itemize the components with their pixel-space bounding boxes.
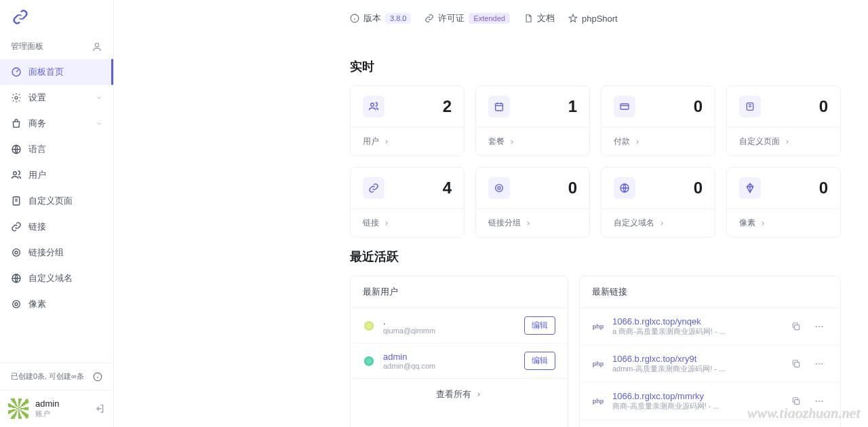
user-footer[interactable]: admin 账户 bbox=[0, 390, 113, 427]
chevron-right-icon bbox=[525, 220, 532, 227]
chevron-right-icon bbox=[784, 138, 791, 145]
recent-links-panel: 最新链接 php 1066.b.rglxc.top/ynqek a 商商-高质量… bbox=[579, 276, 841, 427]
stat-link[interactable]: 套餐 bbox=[476, 127, 589, 155]
stat-top: 1 bbox=[476, 86, 589, 127]
dots-icon bbox=[814, 396, 824, 406]
nav-label: 面板首页 bbox=[28, 66, 102, 78]
stat-link[interactable]: 用户 bbox=[351, 127, 464, 155]
view-all-link[interactable]: 查看所有 bbox=[351, 378, 568, 410]
nav-dashboard[interactable]: 面板首页 bbox=[0, 59, 113, 85]
nav-custom-domains[interactable]: 自定义域名 bbox=[0, 265, 113, 291]
stat-card-pages: 0 自定义页面 bbox=[726, 86, 841, 156]
user-avatar-icon bbox=[363, 355, 375, 367]
user-name: admin bbox=[35, 398, 87, 409]
chevron-right-icon bbox=[475, 391, 482, 398]
quota-text: 已创建0条, 可创建∞条 bbox=[11, 371, 84, 382]
logo-area[interactable] bbox=[0, 0, 113, 34]
chevron-right-icon bbox=[509, 138, 515, 145]
product-item[interactable]: phpShort bbox=[568, 14, 618, 24]
nav-custom-pages[interactable]: 自定义页面 bbox=[0, 188, 113, 214]
chevron-down-icon bbox=[96, 94, 102, 101]
edit-button[interactable]: 编辑 bbox=[524, 316, 555, 335]
exit-icon[interactable] bbox=[94, 403, 105, 414]
row-main: . qiuma@qimmm bbox=[383, 316, 516, 335]
nav-link-groups[interactable]: 链接分组 bbox=[0, 240, 113, 265]
stat-card-pixels: 0 像素 bbox=[726, 167, 841, 238]
book-icon bbox=[739, 96, 761, 117]
stat-link[interactable]: 自定义域名 bbox=[601, 208, 715, 237]
nav-settings[interactable]: 设置 bbox=[0, 85, 113, 111]
nav-business[interactable]: 商务 bbox=[0, 111, 113, 136]
quota-bar: 已创建0条, 可创建∞条 bbox=[0, 363, 113, 390]
doc-icon bbox=[524, 14, 533, 23]
link-url[interactable]: 1066.b.rglxc.top/mmrky bbox=[612, 391, 779, 401]
stat-value: 4 bbox=[443, 179, 452, 198]
link-url[interactable]: 1066.b.rglxc.top/xry9t bbox=[612, 354, 779, 364]
docs-label: 文档 bbox=[537, 12, 555, 24]
row-main: 1066.b.rglxc.top/mmrky 商商-高质量亲测商业源码网! - … bbox=[612, 391, 779, 411]
globe-icon bbox=[11, 273, 22, 284]
license-item[interactable]: 许可证 Extended bbox=[425, 12, 509, 24]
nav-pixels[interactable]: 像素 bbox=[0, 291, 113, 317]
docs-item[interactable]: 文档 bbox=[524, 12, 555, 24]
row-main: 1066.b.rglxc.top/xry9t admm-高质量亲测商业源码网! … bbox=[612, 354, 779, 374]
stat-card-users: 2 用户 bbox=[350, 86, 465, 156]
more-button[interactable] bbox=[810, 392, 828, 410]
copy-button[interactable] bbox=[787, 392, 805, 410]
stat-top: 0 bbox=[727, 168, 840, 208]
stat-link[interactable]: 链接分组 bbox=[476, 208, 589, 237]
copy-button[interactable] bbox=[787, 318, 805, 335]
copy-icon bbox=[791, 396, 801, 406]
info-icon[interactable] bbox=[93, 372, 102, 382]
stat-card-domains: 0 自定义域名 bbox=[601, 167, 715, 238]
panel-header: 最新用户 bbox=[351, 276, 568, 308]
link-sub: admm-高质量亲测商业源码网! - ... bbox=[612, 364, 779, 374]
panel-body: . qiuma@qimmm 编辑 admin admin@qq.com 编辑 bbox=[351, 308, 568, 378]
list-item: php 1066.b.rglxc.top/xry9t admm-高质量亲测商业源… bbox=[580, 345, 840, 382]
link-icon bbox=[363, 177, 384, 199]
nav-label: 像素 bbox=[28, 298, 102, 310]
stat-link[interactable]: 付款 bbox=[601, 127, 715, 155]
stat-link[interactable]: 像素 bbox=[727, 208, 840, 237]
nav-label: 链接 bbox=[28, 221, 102, 233]
more-button[interactable] bbox=[810, 355, 828, 373]
php-icon: php bbox=[592, 395, 604, 407]
nav-links[interactable]: 链接 bbox=[0, 214, 113, 240]
chevron-right-icon bbox=[658, 220, 665, 227]
link-url[interactable]: 1066.b.rglxc.top/ynqek bbox=[612, 316, 779, 327]
dots-icon bbox=[814, 322, 824, 331]
chevron-right-icon bbox=[383, 220, 390, 227]
nav-users[interactable]: 用户 bbox=[0, 162, 113, 188]
version-badge: 3.8.0 bbox=[385, 13, 411, 24]
user-info: admin 账户 bbox=[35, 398, 87, 419]
copy-button[interactable] bbox=[787, 355, 805, 373]
link-icon bbox=[425, 14, 434, 23]
target-icon bbox=[11, 247, 22, 258]
nav-label: 语言 bbox=[28, 143, 102, 155]
sidebar-nav: 面板首页 设置 商务 语言 用户 自定义页面 链接 bbox=[0, 59, 113, 363]
stat-top: 0 bbox=[727, 86, 840, 127]
stat-top: 0 bbox=[601, 168, 715, 208]
user-name[interactable]: . bbox=[383, 316, 516, 327]
list-item: . qiuma@qimmm 编辑 bbox=[351, 308, 568, 343]
kite-icon bbox=[739, 177, 761, 199]
edit-button[interactable]: 编辑 bbox=[524, 352, 555, 370]
list-item: php 1066.b.rglxc.top/mmrky 商商-高质量亲测商业源码网… bbox=[580, 382, 840, 420]
version-item[interactable]: 版本 3.8.0 bbox=[350, 12, 411, 24]
nav-language[interactable]: 语言 bbox=[0, 136, 113, 162]
user-name[interactable]: admin bbox=[383, 352, 516, 362]
globe-icon bbox=[614, 177, 635, 199]
more-button[interactable] bbox=[810, 318, 828, 335]
user-email: qiuma@qimmm bbox=[383, 327, 516, 335]
stat-link[interactable]: 链接 bbox=[351, 208, 464, 237]
dots-icon bbox=[814, 359, 824, 369]
user-email: admin@qq.com bbox=[383, 362, 516, 370]
row-actions bbox=[787, 392, 828, 410]
link-sub: 商商-高质量亲测商业源码网! - ... bbox=[612, 401, 779, 411]
row-main: 1066.b.rglxc.top/ynqek a 商商-高质量亲测商业源码网! … bbox=[612, 316, 779, 337]
copy-icon bbox=[791, 322, 801, 331]
product-label: phpShort bbox=[582, 14, 618, 24]
activity-grid: 最新用户 . qiuma@qimmm 编辑 admin bbox=[350, 276, 841, 427]
stat-value: 2 bbox=[443, 97, 452, 116]
stat-link[interactable]: 自定义页面 bbox=[727, 127, 840, 155]
